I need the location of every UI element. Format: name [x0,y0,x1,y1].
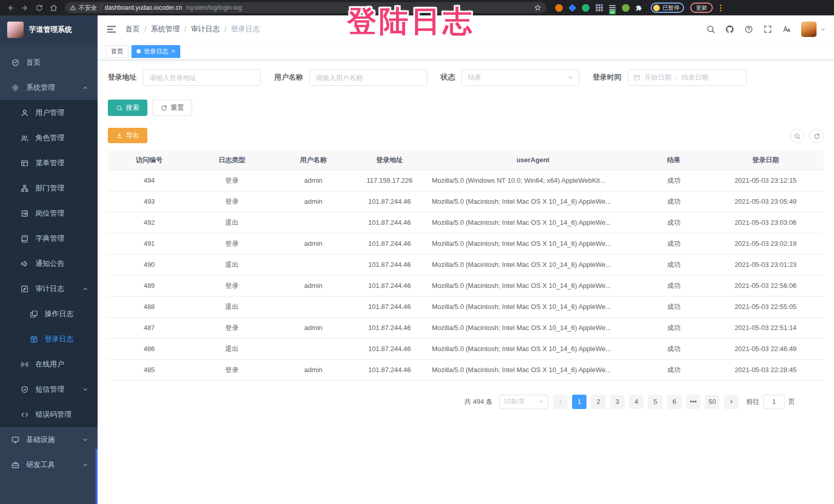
github-icon[interactable] [725,25,734,34]
sidebar-item-shield[interactable]: 短信管理 [0,377,98,402]
table-cell: 登录 [191,359,273,380]
sidebar-item-loginlog[interactable]: 登录日志 [0,326,98,352]
refresh-table-button[interactable] [809,129,824,143]
goto-page-input[interactable] [763,395,785,409]
gem-extension[interactable] [568,4,577,12]
address-input[interactable] [143,69,261,86]
sidebar-item-menulist[interactable]: 菜单管理 [0,150,98,176]
sidebar-item-user[interactable]: 用户管理 [0,100,98,125]
breadcrumb-item[interactable]: 首页 [125,25,140,34]
page-button[interactable]: 5 [648,395,662,409]
tag-label: 首页 [111,47,123,56]
browser-back-button[interactable] [4,2,16,14]
prev-page-button[interactable] [553,395,567,409]
table-cell: 成功 [640,338,708,359]
table-cell: 2021-05-03 22:55:05 [708,296,824,317]
table-cell: 488 [108,296,191,317]
sidebar-item-label: 首页 [26,58,41,67]
sidebar-item-users[interactable]: 角色管理 [0,125,98,150]
grid-extension[interactable] [595,4,603,12]
profile-paused-pill[interactable]: 已暂停 [651,3,684,13]
security-indicator[interactable]: 不安全 [70,4,97,12]
dashboard-icon [11,59,20,67]
table-cell: 登录 [191,233,273,254]
breadcrumb-item: 登录日志 [231,25,260,34]
ember-extension[interactable] [555,4,563,12]
table-cell [273,212,353,233]
sidebar-item-online[interactable]: 在线用户 [0,352,98,377]
search-button[interactable]: 搜索 [108,100,147,116]
bookmark-star-icon[interactable] [534,4,541,11]
help-icon[interactable] [744,25,753,34]
sidebar-item-docs[interactable]: 操作日志 [0,301,98,326]
table-cell: 485 [108,359,191,380]
page-content: 登录地址 用户名称 状态 结果 登录时间 [98,60,834,504]
sidebar-item-book[interactable]: 字典管理 [0,226,98,251]
table-cell: Mozilla/5.0 (Macintosh; Intel Mac OS X 1… [426,233,640,254]
list-on-extension[interactable]: on [608,4,617,12]
browser-home-button[interactable] [47,2,60,14]
app-logo[interactable]: 芋道管理系统 [0,15,98,44]
breadcrumb-separator: / [184,25,186,33]
sidebar-item-code[interactable]: 错误码管理 [0,402,98,427]
breadcrumb-item[interactable]: 系统管理 [151,25,180,34]
table-cell: Mozilla/5.0 (Macintosh; Intel Mac OS X 1… [426,296,640,317]
security-label: 不安全 [79,4,97,12]
sidebar-item-monitor[interactable]: 基础设施 [0,427,98,452]
page-ellipsis[interactable]: ••• [686,395,700,409]
username-label: 用户名称 [274,73,303,82]
page-size-select[interactable]: 10条/页 [499,395,548,409]
sidebar-item-dashboard[interactable]: 首页 [0,50,98,75]
page-button[interactable]: 4 [629,395,643,409]
address-bar[interactable]: 不安全 dashboard.yudao.iocoder.cn/system/lo… [65,2,546,13]
heart-extension[interactable] [581,4,590,12]
search-icon[interactable] [706,25,715,34]
tag-item[interactable]: 首页 [106,45,128,58]
table-cell: 2021-05-03 23:02:19 [708,233,824,254]
sidebar-item-label: 字典管理 [35,234,64,243]
reset-button[interactable]: 重置 [153,100,192,116]
font-size-icon[interactable] [782,25,791,34]
browser-reload-button[interactable] [33,2,45,14]
chevron-down-icon [82,386,88,393]
page-button[interactable]: 1 [572,395,586,409]
sidebar-item-toolbox[interactable]: 研发工具 [0,452,98,477]
username-input[interactable] [309,69,427,86]
sidebar-item-label: 部门管理 [35,184,64,193]
page-button[interactable]: 50 [705,395,719,409]
user-menu[interactable] [801,22,826,37]
table-cell: 退出 [191,212,273,233]
loginlog-icon [30,335,38,343]
leaf-extension[interactable] [621,4,630,12]
profile-emoji-icon [653,5,660,11]
tag-active[interactable]: 登录日志× [131,45,180,58]
table-cell: 101.87.244.46 [353,254,426,275]
tag-close-icon[interactable]: × [172,48,175,54]
gear-icon [11,84,20,92]
sidebar-scrollbar[interactable] [96,449,98,504]
sidebar-item-edit[interactable]: 审计日志 [0,276,98,301]
status-select[interactable]: 结果 [461,69,579,86]
puzzle-extension[interactable] [635,4,643,12]
page-button[interactable]: 2 [591,395,605,409]
toggle-search-button[interactable] [790,129,804,143]
fullscreen-icon[interactable] [763,25,772,34]
sidebar-item-badge[interactable]: 岗位管理 [0,201,98,226]
browser-forward-button[interactable] [18,2,31,14]
export-button[interactable]: 导出 [108,128,147,143]
page-button[interactable]: 6 [667,395,681,409]
sidebar-item-tree[interactable]: 部门管理 [0,176,98,201]
login-time-range-picker[interactable]: 开始日期 - 结束日期 [628,69,747,86]
page-button[interactable]: 3 [610,395,624,409]
browser-update-button[interactable]: 更新 [690,3,713,13]
browser-menu-icon[interactable] [718,5,724,11]
table-row: 490退出101.87.244.46Mozilla/5.0 (Macintosh… [108,254,824,275]
sidebar-item-megaphone[interactable]: 通知公告 [0,251,98,276]
next-page-button[interactable] [724,395,738,409]
table-cell: admin [273,317,353,338]
logo-image [7,22,24,38]
sidebar-item-gear[interactable]: 系统管理 [0,75,98,100]
hamburger-icon[interactable] [106,24,117,35]
column-header: 结果 [640,150,708,170]
breadcrumb-item[interactable]: 审计日志 [191,25,220,34]
